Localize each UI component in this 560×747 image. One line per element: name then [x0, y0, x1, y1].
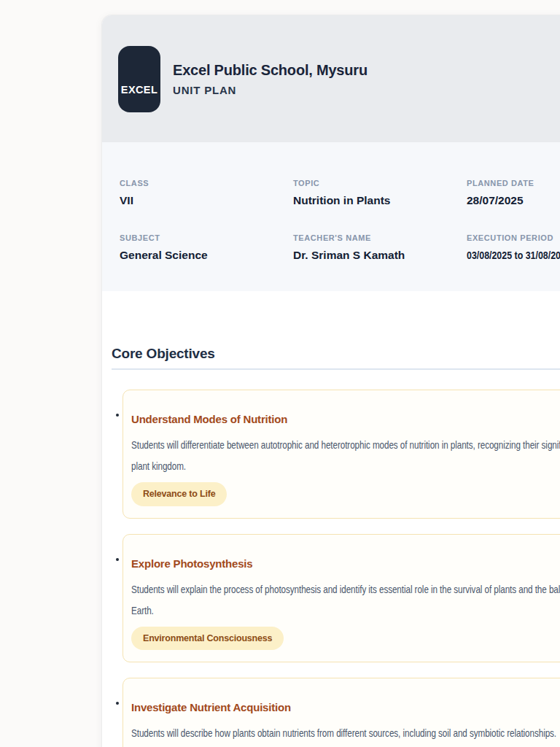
meta-value: VII [120, 194, 293, 207]
objective-item: Investigate Nutrient Acquisition Student… [122, 678, 560, 747]
objective-card-nutrient-acquisition: Investigate Nutrient Acquisition Student… [122, 678, 560, 747]
focus-badge: Relevance to Life [131, 482, 227, 506]
meta-field-class: CLASS VII [120, 179, 293, 207]
meta-value: Dr. Sriman S Kamath [293, 249, 467, 262]
document-type-label: UNIT PLAN [173, 84, 368, 96]
school-logo-text: EXCEL [121, 84, 158, 96]
meta-value: 03/08/2025 to 31/08/2025 [467, 249, 560, 262]
focus-badge: Environmental Consciousness [131, 627, 284, 651]
meta-field-subject: SUBJECT General Science [120, 233, 293, 262]
school-name: Excel Public School, Mysuru [173, 62, 368, 79]
meta-label: CLASS [120, 179, 293, 187]
objective-description: Students will differentiate between auto… [131, 434, 560, 476]
objective-item: Explore Photosynthesis Students will exp… [122, 534, 560, 663]
description-line-2: plant kingdom. [131, 455, 560, 476]
unit-plan-document: EXCEL Excel Public School, Mysuru UNIT P… [101, 15, 560, 747]
objectives-list: Understand Modes of Nutrition Students w… [112, 390, 560, 747]
description-line-1: Students will explain the process of pho… [131, 578, 560, 600]
objective-title: Investigate Nutrient Acquisition [131, 700, 560, 715]
meta-label: PLANNED DATE [467, 179, 560, 187]
objective-card-modes-of-nutrition: Understand Modes of Nutrition Students w… [122, 390, 560, 519]
objective-description: Students will explain the process of pho… [131, 578, 560, 621]
meta-value: General Science [120, 249, 293, 262]
school-logo: EXCEL [118, 46, 160, 112]
section-divider [112, 368, 560, 370]
meta-value: 28/07/2025 [467, 194, 560, 207]
metadata-grid: CLASS VII TOPIC Nutrition in Plants PLAN… [102, 142, 560, 291]
header-text: Excel Public School, Mysuru UNIT PLAN [173, 62, 368, 96]
objective-title: Explore Photosynthesis [131, 557, 560, 571]
meta-field-teacher-name: TEACHER'S NAME Dr. Sriman S Kamath [293, 233, 467, 262]
meta-field-execution-period: EXECUTION PERIOD 03/08/2025 to 31/08/202… [467, 233, 560, 262]
meta-label: TEACHER'S NAME [293, 233, 467, 242]
meta-field-topic: TOPIC Nutrition in Plants [293, 179, 467, 207]
meta-label: TOPIC [293, 179, 467, 187]
section-title-core-objectives: Core Objectives [112, 346, 560, 362]
document-header: EXCEL Excel Public School, Mysuru UNIT P… [102, 15, 560, 142]
objective-description: Students will describe how plants obtain… [131, 722, 560, 743]
meta-field-planned-date: PLANNED DATE 28/07/2025 [467, 179, 560, 207]
description-line-2: Earth. [131, 600, 560, 621]
meta-label: SUBJECT [120, 233, 293, 242]
meta-value: Nutrition in Plants [293, 194, 467, 207]
description-line-1: Students will differentiate between auto… [131, 434, 560, 455]
meta-label: EXECUTION PERIOD [467, 233, 560, 242]
document-body: Core Objectives Understand Modes of Nutr… [102, 291, 560, 747]
objective-item: Understand Modes of Nutrition Students w… [122, 390, 560, 519]
description-line-1: Students will describe how plants obtain… [131, 722, 560, 743]
objective-title: Understand Modes of Nutrition [131, 412, 560, 427]
objective-card-photosynthesis: Explore Photosynthesis Students will exp… [122, 534, 560, 663]
